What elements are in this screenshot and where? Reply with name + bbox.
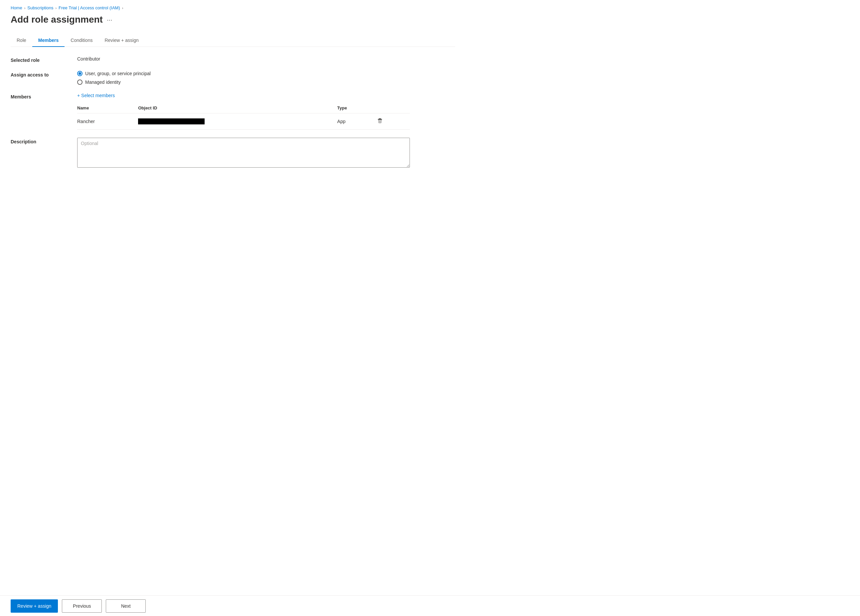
radio-managed-identity-label: Managed identity: [85, 80, 121, 85]
radio-managed-identity-input[interactable]: [77, 80, 83, 85]
next-button[interactable]: Next: [106, 599, 146, 613]
bottom-bar: Review + assign Previous Next: [0, 596, 860, 616]
description-textarea[interactable]: [77, 138, 410, 168]
members-content: + Select members Name Object ID Type Ran…: [77, 93, 410, 130]
breadcrumb-home[interactable]: Home: [11, 5, 22, 10]
tab-conditions[interactable]: Conditions: [64, 34, 99, 47]
select-members-link[interactable]: + Select members: [77, 93, 410, 98]
col-type: Type: [337, 103, 376, 113]
trash-icon: [377, 118, 383, 124]
breadcrumb-iam[interactable]: Free Trial | Access control (IAM): [58, 5, 120, 10]
member-type: App: [337, 113, 376, 130]
assign-access-label: Assign access to: [11, 71, 77, 77]
review-assign-button[interactable]: Review + assign: [11, 599, 58, 613]
radio-user-group[interactable]: User, group, or service principal: [77, 71, 410, 76]
tab-review-assign[interactable]: Review + assign: [99, 34, 144, 47]
selected-role-value: Contributor: [77, 56, 410, 61]
member-delete-cell: [376, 113, 410, 130]
col-name: Name: [77, 103, 138, 113]
member-name: Rancher: [77, 113, 138, 130]
tab-role[interactable]: Role: [11, 34, 32, 47]
previous-button[interactable]: Previous: [62, 599, 102, 613]
breadcrumb: Home › Subscriptions › Free Trial | Acce…: [11, 5, 455, 10]
col-object-id: Object ID: [138, 103, 337, 113]
tab-members[interactable]: Members: [32, 34, 64, 47]
members-table: Name Object ID Type Rancher App: [77, 103, 410, 130]
svg-rect-0: [379, 118, 381, 119]
radio-user-group-input[interactable]: [77, 71, 83, 76]
col-action: [376, 103, 410, 113]
description-field-container: [77, 138, 410, 169]
member-object-id: [138, 113, 337, 130]
radio-managed-identity[interactable]: Managed identity: [77, 80, 410, 85]
breadcrumb-sep-3: ›: [122, 6, 124, 10]
object-id-redacted: [138, 118, 205, 124]
breadcrumb-subscriptions[interactable]: Subscriptions: [27, 5, 53, 10]
page-title: Add role assignment: [11, 14, 103, 25]
table-row: Rancher App: [77, 113, 410, 130]
description-label: Description: [11, 138, 77, 144]
breadcrumb-sep-2: ›: [55, 6, 56, 10]
selected-role-label: Selected role: [11, 56, 77, 63]
form-section: Selected role Contributor Assign access …: [11, 56, 410, 169]
delete-member-button[interactable]: [376, 117, 384, 126]
radio-user-group-label: User, group, or service principal: [85, 71, 151, 76]
members-label: Members: [11, 93, 77, 99]
tab-bar: Role Members Conditions Review + assign: [11, 34, 455, 47]
more-options-icon[interactable]: ···: [107, 16, 113, 24]
assign-access-options: User, group, or service principal Manage…: [77, 71, 410, 85]
svg-rect-1: [378, 119, 382, 120]
breadcrumb-sep-1: ›: [24, 6, 26, 10]
